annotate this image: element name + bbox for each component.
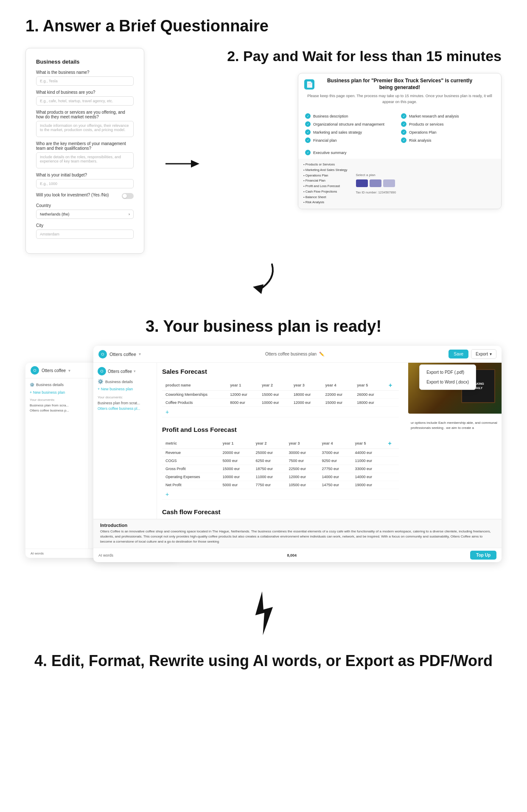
sidebar-new-plan-back[interactable]: + New business plan: [30, 390, 84, 395]
form-label-0: What is the business name?: [36, 70, 134, 75]
ai-words-label-back: AI words: [31, 552, 44, 555]
proc-subtitle: Please keep this page open. The process …: [304, 93, 495, 105]
doc1-back[interactable]: Business plan from scra...: [30, 403, 84, 407]
sidebar-docs-label: Your documents:: [98, 395, 152, 399]
sf-header-5: year 5: [353, 380, 385, 391]
sidebar-business-details-back: Business details: [36, 383, 64, 387]
pl-table: metricyear 1year 2year 3year 4year 5 + R…: [162, 438, 399, 500]
step4-title: 4. Edit, Format, Rewrite using AI words,…: [34, 651, 493, 671]
sidebar-new-plan[interactable]: + New business plan: [98, 387, 152, 391]
export-pdf[interactable]: Export to PDF (.pdf): [420, 367, 476, 377]
sf-add-row: +: [162, 407, 399, 417]
export-btn-front[interactable]: Export ▾: [471, 349, 496, 359]
form-label-5: Will you look for investment? (Yes /No): [36, 193, 109, 197]
sidebar-doc1[interactable]: Business plan from scrat...: [98, 401, 152, 405]
company-name-front: Otters coffee: [109, 352, 136, 357]
doc-list-preview: • Products or Services • Marketing And S…: [303, 162, 348, 205]
check-circle-7: ✓: [401, 137, 406, 143]
export-word[interactable]: Export to Word (.docx): [420, 377, 476, 387]
sidebar-doc2[interactable]: Otters coffee business pl...: [98, 406, 152, 411]
form-input-4[interactable]: E.g., 1000: [36, 179, 134, 188]
sf-row-1: Coffee Products8000 eur10000 eur12000 eu…: [162, 399, 399, 407]
ai-words-label: AI words: [98, 553, 113, 557]
form-mockup: Business details What is the business na…: [25, 48, 144, 254]
ai-words-footer: AI words 8,004 Top Up: [93, 548, 502, 562]
pl-row-0: Revenue20000 eur25000 eur30000 eur37000 …: [162, 449, 399, 457]
sales-forecast-title: Sales Forecast: [162, 368, 399, 375]
pl-add-icon[interactable]: +: [388, 440, 392, 447]
form-textarea-3[interactable]: Include details on the roles, responsibi…: [36, 152, 134, 168]
check-circle-1: ✓: [401, 113, 406, 119]
check-circle-3: ✓: [401, 121, 406, 127]
check-item-2: ✓ Organizational structure and managemen…: [305, 121, 398, 127]
sf-header-4: year 4: [322, 380, 353, 391]
sf-header-1: year 1: [227, 380, 258, 391]
pl-add-row: +: [162, 489, 399, 500]
step1-title: 1. Answer a Brief Questionnaire: [25, 17, 502, 35]
form-input-1[interactable]: E.g., cafe, hotel, startup, travel agenc…: [36, 96, 134, 106]
check-item-4: ✓ Marketing and sales strategy: [305, 129, 398, 135]
docs-label-back: Your documents:: [30, 398, 84, 402]
svg-marker-2: [253, 284, 264, 294]
sf-add-icon[interactable]: +: [389, 382, 392, 389]
sales-forecast-table: product name year 1 year 2 year 3 year 4…: [162, 380, 399, 417]
check-item-5: ✓ Operations Plan: [401, 129, 494, 135]
pl-title: Profit and Loss Forecast: [162, 426, 399, 433]
form-label-7: City: [36, 223, 134, 228]
intro-title: Introduction: [100, 523, 495, 528]
export-dropdown: Export to PDF (.pdf) Export to Word (.do…: [419, 364, 476, 390]
sf-header-3: year 3: [290, 380, 322, 391]
doc2-back[interactable]: Otters coffee business p...: [30, 409, 84, 412]
country-select[interactable]: Netherlands (the)›: [36, 210, 134, 219]
sf-header-2: year 2: [258, 380, 290, 391]
app-mockups-container: O Otters coffee ▾ ⚙️ Business details + …: [25, 346, 502, 566]
app-mockup-front: O Otters coffee ▾ Otters coffee business…: [93, 346, 502, 562]
pl-row-1: COGS5000 eur6250 eur7500 eur9250 eur1100…: [162, 457, 399, 465]
intro-text: Otters Coffee is an innovative coffee sh…: [100, 529, 495, 544]
cf-title: Cash flow Forecast: [162, 508, 399, 515]
form-label-1: What kind of business are you?: [36, 90, 134, 95]
check-item-3: ✓ Products or services: [401, 121, 494, 127]
form-label-4: What is your initial budget?: [36, 173, 134, 177]
pl-row-2: Gross Profit15000 eur18750 eur22500 eur2…: [162, 465, 399, 473]
check-circle-8: ✓: [305, 150, 311, 155]
company-name-back: Otters coffee: [42, 368, 66, 373]
svg-marker-1: [191, 160, 199, 168]
check-item-7: ✓ Risk analysis: [401, 137, 494, 143]
check-item-1: ✓ Market research and analysis: [401, 113, 494, 119]
doc-name-topbar: Otters coffee business plan: [265, 352, 317, 356]
company-dot-back: O: [31, 366, 39, 375]
sidebar-dot: O: [98, 367, 106, 375]
arrow-down-curved-icon: [242, 262, 285, 296]
city-input[interactable]: Amsterdam: [36, 230, 134, 239]
intro-section: Introduction Otters Coffee is an innovat…: [93, 519, 502, 548]
step3-title: 3. Your business plan is ready!: [25, 317, 502, 336]
side-text: ur options include Each membership able,…: [408, 418, 502, 433]
sf-header-0: product name: [162, 380, 227, 391]
tax-label: Tax ID number: 1234567890: [356, 190, 496, 194]
proc-icon: 📄: [304, 79, 314, 90]
form-label-2: What products or services are you offeri…: [36, 110, 134, 119]
processing-mockup: 📄 Business plan for "Premier Box Truck S…: [298, 73, 502, 209]
arrow-right-icon: [165, 157, 199, 170]
check-circle-2: ✓: [305, 121, 311, 127]
pl-row-3: Operating Expenses10000 eur11000 eur1200…: [162, 473, 399, 481]
check-circle-0: ✓: [305, 113, 311, 119]
check-item-0: ✓ Business description: [305, 113, 398, 119]
save-btn-front[interactable]: Save: [449, 350, 468, 358]
sf-row-0: Coworking Memberships12000 eur15000 eur1…: [162, 391, 399, 399]
form-input-0[interactable]: E.g., Tesla: [36, 76, 134, 86]
form-section-title: Business details: [36, 59, 134, 65]
form-label-3: Who are the key members of your manageme…: [36, 141, 134, 151]
proc-title: Business plan for "Premier Box Truck Ser…: [321, 78, 478, 91]
check-item-6: ✓ Financial plan: [305, 137, 398, 143]
check-circle-4: ✓: [305, 129, 311, 135]
check-circle-5: ✓: [401, 129, 406, 135]
ai-words-count: 8,004: [287, 553, 297, 557]
check-circle-6: ✓: [305, 137, 311, 143]
top-up-button[interactable]: Top Up: [470, 551, 496, 560]
investment-toggle[interactable]: [122, 193, 134, 199]
company-dot-front: O: [98, 350, 107, 358]
form-textarea-2[interactable]: Include information on your offerings, t…: [36, 121, 134, 137]
form-label-6: Country: [36, 203, 134, 208]
